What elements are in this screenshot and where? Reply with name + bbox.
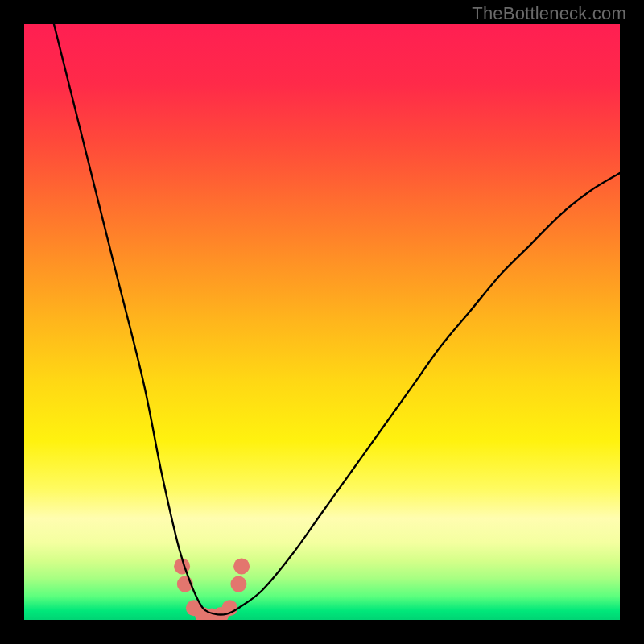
- dip-dot: [230, 576, 246, 592]
- curve-layer: [24, 24, 620, 620]
- watermark-text: TheBottleneck.com: [472, 3, 626, 24]
- dip-dot: [233, 558, 250, 574]
- bottleneck-curve: [54, 24, 620, 615]
- chart-frame: TheBottleneck.com: [0, 0, 644, 644]
- plot-area: [24, 24, 620, 620]
